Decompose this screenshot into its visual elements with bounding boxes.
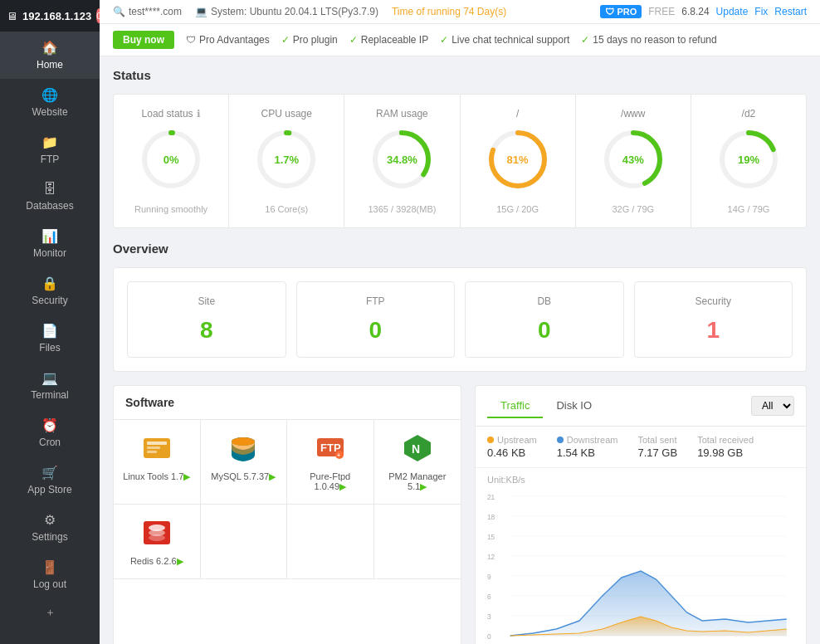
promo-plugin: ✓ Pro plugin (281, 34, 338, 46)
gauge-cpu: 1.7% (253, 126, 320, 193)
overview-card-site[interactable]: Site 8 (127, 281, 286, 358)
software-redis[interactable]: Redis 6.2.6▶ (114, 505, 201, 579)
sidebar-label-logout: Log out (33, 578, 66, 590)
overview-card-ftp[interactable]: FTP 0 (296, 281, 456, 358)
system-icon: 💻 (195, 6, 207, 17)
topbar-free: FREE (648, 6, 675, 17)
status-title: Status (113, 68, 807, 82)
server-icon: 🖥 (7, 10, 17, 22)
sidebar-label-settings: Settings (32, 531, 67, 543)
promo-support: ✓ Live chat technical support (440, 34, 569, 46)
promo-bar: Buy now 🛡 Pro Advantages ✓ Pro plugin ✓ … (100, 24, 820, 56)
topbar: 🔍 test****.com 💻 System: Ubuntu 20.04.1 … (100, 0, 820, 24)
traffic-filter-select[interactable]: All (751, 396, 794, 416)
sidebar-item-terminal[interactable]: 💻 Terminal (0, 362, 100, 409)
stat-upstream: Upstream 0.46 KB (487, 435, 537, 459)
svg-point-27 (149, 534, 165, 541)
software-pm2[interactable]: N PM2 Manager 5.1▶ (374, 420, 461, 505)
sidebar-item-website[interactable]: 🌐 Website (0, 79, 100, 126)
traffic-stats: Upstream 0.46 KB Downstream 1.54 KB T (476, 427, 806, 468)
redis-name: Redis 6.2.6▶ (130, 556, 183, 567)
settings-icon: ⚙ (44, 512, 56, 528)
gauge-root: 81% (485, 126, 551, 193)
topbar-uptime-text: Time of running 74 Day(s) (392, 6, 506, 17)
sidebar-header: 🖥 192.168.1.123 0 (0, 0, 100, 32)
sidebar-label-cron: Cron (39, 437, 61, 448)
tab-diskio[interactable]: Disk IO (543, 394, 605, 418)
total-received-value: 19.98 GB (697, 446, 754, 459)
sidebar-item-settings[interactable]: ⚙ Settings (0, 504, 100, 551)
sidebar-item-security[interactable]: 🔒 Security (0, 267, 100, 315)
gauge-load: 0% (138, 126, 204, 193)
sidebar-item-monitor[interactable]: 📊 Monitor (0, 220, 100, 267)
add-button[interactable]: ＋ (0, 598, 100, 627)
tab-traffic[interactable]: Traffic (487, 394, 543, 418)
topbar-pro-area: 🛡 PRO FREE 6.8.24 Update Fix Restart (600, 5, 807, 18)
total-sent-value: 7.17 GB (637, 446, 677, 459)
status-card-cpu: CPU usage 1.7% 16 Core(s) (229, 95, 344, 227)
overview-card-security[interactable]: Security 1 (634, 281, 793, 358)
overview-cards: Site 8 FTP 0 DB 0 Security 1 (113, 267, 807, 372)
buy-now-button[interactable]: Buy now (113, 31, 174, 49)
pro-icon: 🛡 (605, 7, 614, 17)
files-icon: 📄 (41, 323, 58, 339)
security-icon: 🔒 (41, 276, 58, 291)
upstream-dot (487, 437, 494, 443)
promo-ip: ✓ Replaceable IP (349, 34, 428, 46)
downstream-value: 1.54 KB (557, 446, 618, 459)
promo-refund: ✓ 15 days no reason to refund (581, 34, 716, 46)
root-value: 81% (507, 154, 529, 166)
overview-db-label: DB (479, 295, 610, 307)
overview-title: Overview (113, 242, 807, 256)
ftp-icon: 📁 (41, 134, 58, 150)
terminal-icon: 💻 (41, 370, 58, 386)
overview-card-db[interactable]: DB 0 (465, 281, 624, 358)
load-sub: Running smoothly (134, 204, 207, 214)
svg-text:0: 0 (487, 632, 491, 641)
promo-pro-advantages: 🛡 Pro Advantages (186, 34, 270, 46)
website-icon: 🌐 (41, 87, 58, 103)
server-ip: 192.168.1.123 (22, 10, 91, 22)
sidebar: 🖥 192.168.1.123 0 🏠 Home 🌐 Website 📁 FTP… (0, 0, 100, 644)
downstream-dot (557, 437, 564, 443)
svg-text:+: + (337, 452, 340, 458)
check-icon-2: ✓ (349, 34, 358, 46)
traffic-header: Traffic Disk IO All (476, 386, 806, 427)
software-title: Software (114, 386, 461, 420)
www-value: 43% (622, 154, 644, 166)
software-linux-tools[interactable]: Linux Tools 1.7▶ (114, 420, 201, 505)
appstore-icon: 🛒 (41, 465, 58, 481)
status-card-ram: RAM usage 34.8% 1365 / 3928(MB) (344, 95, 460, 227)
overview-ftp-value: 0 (310, 317, 442, 344)
svg-text:18: 18 (487, 513, 495, 521)
software-empty-3 (374, 505, 461, 579)
sidebar-item-cron[interactable]: ⏰ Cron (0, 409, 100, 456)
status-card-root: / 81% 15G / 20G (461, 95, 576, 227)
chart-area: Unit:KB/s 2 (476, 468, 806, 644)
sidebar-item-files[interactable]: 📄 Files (0, 315, 100, 362)
topbar-update-link[interactable]: Update (716, 6, 749, 17)
ram-value: 34.8% (387, 154, 417, 166)
software-ftpd[interactable]: FTP + Pure-Ftpd 1.0.49▶ (287, 420, 374, 505)
svg-text:9: 9 (487, 573, 491, 581)
gauge-d2: 19% (715, 126, 782, 193)
chart-unit: Unit:KB/s (487, 475, 794, 485)
mysql-name: MySQL 5.7.37▶ (211, 471, 276, 482)
topbar-restart-link[interactable]: Restart (774, 6, 807, 17)
sidebar-item-databases[interactable]: 🗄 Databases (0, 173, 100, 220)
sidebar-item-appstore[interactable]: 🛒 App Store (0, 456, 100, 504)
check-icon-3: ✓ (440, 34, 448, 46)
topbar-fix-link[interactable]: Fix (754, 6, 768, 17)
shield-icon: 🛡 (186, 34, 196, 46)
overview-ftp-label: FTP (310, 295, 442, 307)
sidebar-item-home[interactable]: 🏠 Home (0, 32, 100, 79)
sidebar-item-ftp[interactable]: 📁 FTP (0, 126, 100, 173)
sidebar-label-appstore: App Store (27, 484, 71, 495)
redis-icon (140, 516, 173, 549)
sidebar-item-logout[interactable]: 🚪 Log out (0, 551, 100, 598)
d2-value: 19% (738, 154, 759, 166)
topbar-system-text: System: Ubuntu 20.04.1 LTS(Py3.7.9) (211, 6, 378, 17)
stat-downstream: Downstream 1.54 KB (557, 435, 618, 459)
status-cards: Load status ℹ 0% Running smoothly CPU us… (113, 94, 807, 228)
software-mysql[interactable]: MySQL 5.7.37▶ (201, 420, 288, 505)
